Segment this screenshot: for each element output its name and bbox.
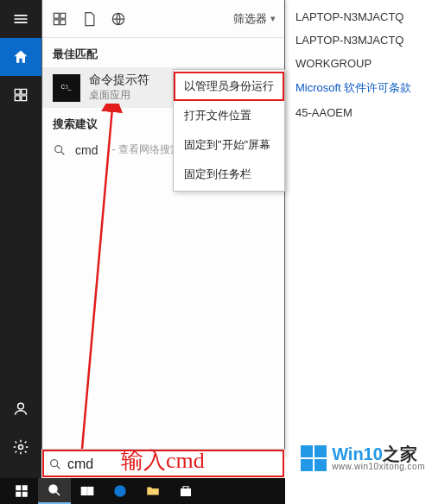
edge-button[interactable]: [104, 478, 137, 504]
watermark-title: Win10之家: [332, 445, 425, 463]
svg-rect-8: [60, 19, 66, 24]
svg-point-1: [19, 445, 23, 450]
task-view-button[interactable]: [71, 478, 104, 504]
svg-rect-6: [60, 13, 66, 18]
result-subtitle: 桌面应用: [89, 88, 149, 103]
sys-line-product-id: 45-AAOEM: [294, 101, 427, 124]
watermark: Win10之家 www.win10xitong.com: [301, 445, 425, 471]
svg-rect-5: [54, 13, 59, 18]
system-info-panel: LAPTOP-N3MJACTQ LAPTOP-N3MJACTQ WORKGROU…: [289, 0, 432, 504]
taskbar-search-button[interactable]: [38, 478, 71, 504]
svg-point-12: [55, 145, 62, 152]
search-input-value: cmd: [67, 457, 93, 472]
result-title: 命令提示符: [89, 72, 149, 88]
taskbar: [0, 478, 285, 504]
sys-line-workgroup: WORKGROUP: [294, 52, 427, 75]
account-button[interactable]: [0, 390, 41, 428]
svg-point-17: [114, 485, 126, 497]
ctx-run-as-admin[interactable]: 以管理员身份运行: [174, 72, 284, 101]
search-input[interactable]: cmd: [41, 449, 285, 478]
ctx-open-file-location[interactable]: 打开文件位置: [174, 101, 284, 130]
apps-icon[interactable]: [51, 10, 68, 28]
search-icon: [53, 143, 67, 157]
hamburger-button[interactable]: [0, 0, 41, 38]
svg-rect-16: [88, 488, 93, 495]
svg-point-0: [18, 403, 24, 409]
watermark-url: www.win10xitong.com: [332, 463, 425, 471]
apps-button[interactable]: [0, 76, 41, 114]
windows-logo-icon: [301, 445, 327, 471]
svg-point-14: [49, 485, 57, 493]
search-icon: [48, 457, 62, 471]
suggestion-text: cmd: [75, 143, 98, 157]
chevron-down-icon: ▾: [270, 13, 276, 24]
start-rail: [0, 0, 41, 504]
svg-rect-7: [54, 19, 59, 24]
sys-line-computer-name: LAPTOP-N3MJACTQ: [294, 5, 427, 28]
home-button[interactable]: [0, 38, 41, 76]
cmd-icon: C:\_: [53, 74, 80, 102]
sys-link-license[interactable]: Microsoft 软件许可条款: [294, 75, 427, 101]
ctx-pin-start[interactable]: 固定到"开始"屏幕: [174, 130, 284, 160]
context-menu: 以管理员身份运行 打开文件位置 固定到"开始"屏幕 固定到任务栏: [173, 69, 285, 192]
settings-button[interactable]: [0, 428, 41, 466]
best-match-title: 最佳匹配: [42, 38, 284, 67]
best-match-texts: 命令提示符 桌面应用: [89, 72, 149, 103]
store-button[interactable]: [169, 478, 202, 504]
filter-dropdown[interactable]: 筛选器 ▾: [233, 11, 276, 27]
sys-line-full-name: LAPTOP-N3MJACTQ: [294, 28, 427, 52]
document-icon[interactable]: [80, 10, 98, 28]
web-icon[interactable]: [110, 10, 127, 28]
search-panel-header: 筛选器 ▾: [42, 0, 284, 38]
explorer-button[interactable]: [137, 478, 169, 504]
svg-rect-15: [81, 488, 86, 495]
start-button[interactable]: [5, 478, 38, 504]
filter-label-text: 筛选器: [233, 11, 267, 27]
svg-point-13: [51, 459, 58, 466]
svg-text:C:\_: C:\_: [61, 83, 72, 90]
ctx-pin-taskbar[interactable]: 固定到任务栏: [174, 160, 284, 189]
